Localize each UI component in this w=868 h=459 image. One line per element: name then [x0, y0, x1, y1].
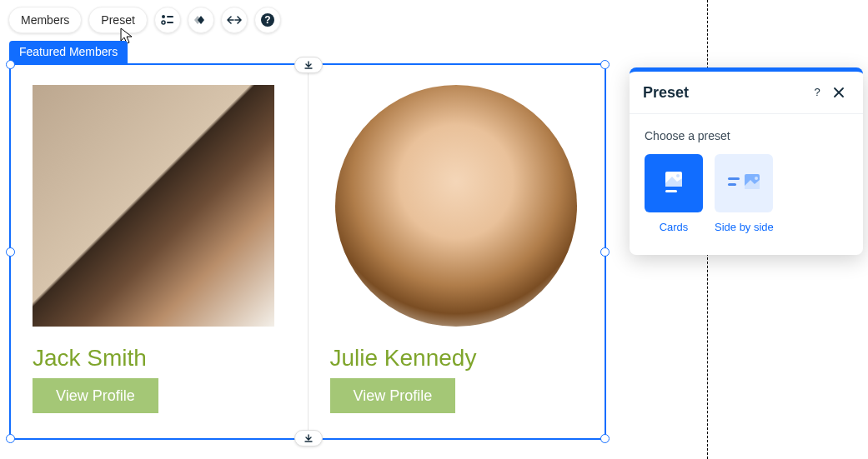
resize-handle-ml[interactable] — [6, 247, 15, 257]
view-profile-button[interactable]: View Profile — [330, 378, 456, 413]
member-card: Jack Smith View Profile — [11, 65, 309, 438]
svg-rect-12 — [728, 177, 740, 180]
preset-cards-thumb-icon — [645, 154, 703, 212]
view-profile-button[interactable]: View Profile — [33, 378, 158, 413]
preset-option-label: Side by side — [715, 221, 774, 233]
preset-panel: Preset ? Choose a preset Cards Side by s… — [630, 67, 863, 255]
animation-icon[interactable] — [188, 7, 214, 33]
member-card: Julie Kennedy View Profile — [309, 65, 605, 438]
member-avatar — [33, 85, 274, 327]
svg-text:?: ? — [264, 14, 270, 26]
svg-point-2 — [162, 21, 165, 24]
svg-rect-3 — [167, 22, 173, 23]
member-name: Julie Kennedy — [330, 345, 584, 372]
preset-option-label: Cards — [660, 221, 689, 233]
preset-panel-title: Preset — [643, 84, 806, 102]
help-icon[interactable]: ? — [254, 7, 281, 33]
resize-handle-tr[interactable] — [600, 60, 610, 69]
preset-option-cards[interactable]: Cards — [645, 154, 703, 233]
preset-button-label: Preset — [101, 13, 134, 27]
drag-edge-bottom-button[interactable] — [294, 430, 323, 447]
preset-panel-header: Preset ? — [630, 72, 863, 114]
members-button[interactable]: Members — [8, 7, 82, 33]
preset-panel-body: Choose a preset Cards Side by side — [630, 114, 863, 255]
svg-rect-11 — [665, 190, 677, 192]
preset-button[interactable]: Preset — [88, 7, 147, 33]
settings-list-icon[interactable] — [154, 7, 181, 33]
view-profile-label: View Profile — [354, 387, 433, 404]
drag-edge-top-button[interactable] — [294, 57, 323, 73]
selection-label-text: Featured Members — [19, 45, 118, 58]
preset-option-side-by-side[interactable]: Side by side — [715, 154, 774, 233]
svg-rect-13 — [728, 183, 736, 186]
preset-subtitle: Choose a preset — [645, 129, 848, 142]
panel-close-icon[interactable] — [828, 82, 850, 103]
svg-point-10 — [676, 174, 680, 177]
stretch-icon[interactable] — [221, 7, 248, 33]
resize-handle-br[interactable] — [600, 434, 610, 443]
element-toolbar: Members Preset ? — [8, 7, 281, 33]
resize-handle-tl[interactable] — [6, 60, 15, 69]
svg-rect-1 — [167, 16, 173, 17]
svg-text:?: ? — [814, 86, 820, 98]
view-profile-label: View Profile — [56, 387, 135, 404]
preset-options: Cards Side by side — [645, 154, 848, 233]
svg-point-0 — [162, 15, 165, 18]
member-avatar — [335, 85, 577, 327]
svg-point-15 — [755, 177, 758, 180]
resize-handle-mr[interactable] — [600, 247, 610, 257]
preset-sidebyside-thumb-icon — [715, 154, 773, 212]
selected-widget[interactable]: Jack Smith View Profile Julie Kennedy Vi… — [9, 63, 606, 440]
member-name: Jack Smith — [33, 345, 286, 372]
selection-label: Featured Members — [9, 41, 128, 63]
cards-container: Jack Smith View Profile Julie Kennedy Vi… — [11, 65, 605, 438]
members-button-label: Members — [21, 13, 69, 27]
panel-help-icon[interactable]: ? — [806, 82, 828, 103]
resize-handle-bl[interactable] — [6, 434, 15, 443]
